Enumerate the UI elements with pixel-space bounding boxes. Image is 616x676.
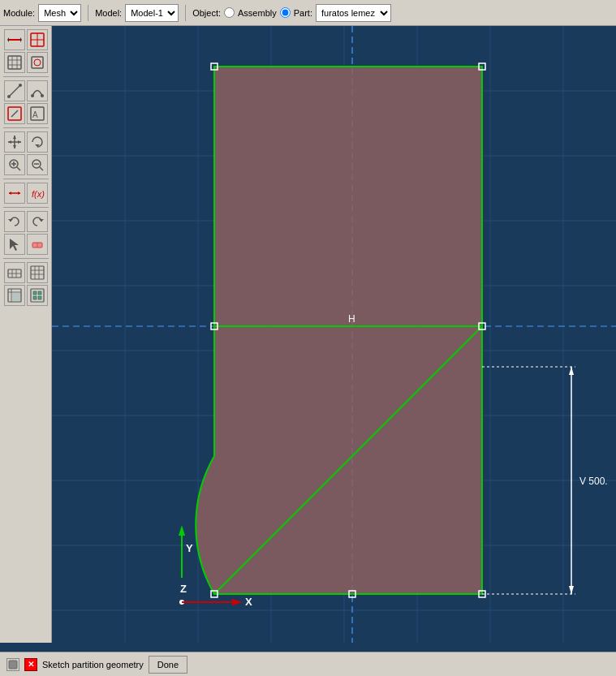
y-axis-label: Y: [186, 542, 193, 554]
svg-line-26: [17, 167, 20, 170]
svg-marker-2: [20, 37, 22, 42]
svg-text:A: A: [32, 110, 38, 119]
divider-4: [3, 207, 49, 208]
mesh-part-tool[interactable]: [4, 52, 25, 73]
svg-marker-22: [8, 140, 11, 144]
x-axis-label: X: [245, 596, 252, 608]
arc-partition-tool[interactable]: [27, 80, 48, 101]
translate-tool[interactable]: [4, 131, 25, 153]
svg-rect-57: [33, 296, 37, 299]
mesh-node-tool[interactable]: [27, 285, 48, 306]
svg-rect-0: [9, 39, 20, 41]
tool-row-3: [4, 80, 48, 101]
redo-tool[interactable]: [27, 211, 48, 232]
svg-rect-7: [32, 57, 43, 68]
svg-line-9: [9, 85, 20, 97]
svg-rect-53: [12, 293, 20, 301]
tool-row-2: [4, 52, 48, 73]
divider-5: [3, 258, 49, 259]
dimension-tool[interactable]: [4, 183, 25, 204]
statusbar: ✕ Sketch partition geometry Done: [0, 652, 616, 676]
svg-point-13: [41, 94, 44, 97]
cancel-button[interactable]: ✕: [24, 658, 37, 671]
svg-marker-34: [18, 192, 20, 195]
seed-face-tool[interactable]: [27, 29, 48, 50]
svg-rect-54: [31, 289, 44, 302]
part-label[interactable]: Part:: [294, 8, 312, 18]
model-select[interactable]: Model-1: [125, 4, 179, 22]
svg-marker-33: [9, 192, 11, 195]
mesh-grid-tool[interactable]: [27, 262, 48, 283]
tool-row-5: [4, 131, 48, 153]
tool-row-7: f(x): [4, 183, 48, 204]
object-label: Object:: [192, 8, 221, 18]
svg-marker-90: [569, 367, 574, 375]
done-button[interactable]: Done: [149, 656, 187, 674]
constraint-tool[interactable]: f(x): [27, 183, 48, 204]
seed-edge-tool[interactable]: [4, 29, 25, 50]
svg-marker-98: [232, 599, 243, 605]
svg-point-8: [34, 59, 41, 66]
top-toolbar: Module: Mesh Model: Model-1 Object: Asse…: [0, 0, 616, 26]
svg-rect-45: [31, 266, 44, 279]
sep2: [185, 5, 186, 21]
sep1: [88, 5, 88, 21]
svg-line-15: [11, 110, 18, 117]
svg-rect-58: [38, 296, 41, 299]
assembly-label[interactable]: Assembly: [238, 8, 277, 18]
tool-row-1: [4, 29, 48, 50]
rotate-tool[interactable]: [27, 131, 48, 153]
svg-marker-95: [179, 525, 185, 536]
svg-point-12: [31, 94, 34, 97]
divider-1: [3, 76, 49, 77]
stop-button[interactable]: [6, 658, 19, 671]
tool-row-11: [4, 285, 48, 306]
select-tool[interactable]: [4, 234, 25, 255]
svg-marker-20: [13, 136, 16, 139]
svg-rect-55: [33, 291, 37, 295]
svg-marker-21: [13, 145, 16, 149]
mesh-region-tool[interactable]: [27, 52, 48, 73]
module-select[interactable]: Mesh: [38, 4, 81, 22]
svg-line-30: [40, 167, 43, 170]
svg-marker-1: [7, 37, 9, 42]
svg-marker-36: [8, 219, 13, 222]
divider-3: [3, 179, 49, 179]
mesh-display-tool[interactable]: [4, 262, 25, 283]
dimension-label: V 500.: [579, 476, 608, 487]
svg-rect-99: [9, 661, 17, 669]
svg-point-11: [19, 84, 22, 87]
tool-row-6: [4, 154, 48, 175]
undo-tool[interactable]: [4, 211, 25, 232]
auto-partition-tool[interactable]: A: [27, 103, 48, 124]
erase-tool[interactable]: [27, 234, 48, 255]
zoom-out-tool[interactable]: [27, 154, 48, 175]
svg-point-10: [7, 95, 11, 98]
zoom-in-tool[interactable]: [4, 154, 25, 175]
z-axis-label: Z: [180, 583, 187, 595]
line-partition-tool[interactable]: [4, 80, 25, 101]
status-text: Sketch partition geometry: [42, 660, 144, 670]
svg-rect-56: [38, 291, 41, 295]
svg-text:f(x): f(x): [32, 189, 45, 199]
mesh-list-tool[interactable]: [4, 285, 25, 306]
tool-row-9: [4, 234, 48, 255]
main-canvas: H V 500. Y Z X: [52, 26, 616, 643]
svg-marker-38: [10, 239, 19, 251]
canvas-area[interactable]: H V 500. Y Z X: [52, 26, 616, 643]
part-radio[interactable]: [280, 7, 291, 18]
model-label: Model:: [95, 8, 122, 18]
svg-rect-6: [8, 56, 21, 69]
svg-marker-37: [39, 219, 44, 222]
left-toolbar: A: [0, 26, 52, 643]
tool-row-4: A: [4, 103, 48, 124]
svg-marker-91: [569, 586, 574, 594]
sketch-partition-tool[interactable]: [4, 103, 25, 124]
svg-marker-23: [18, 140, 21, 144]
tool-row-10: [4, 262, 48, 283]
h-label: H: [348, 313, 355, 325]
part-select[interactable]: furatos lemez: [316, 4, 391, 22]
tool-row-8: [4, 211, 48, 232]
module-label: Module:: [3, 8, 35, 18]
assembly-radio[interactable]: [224, 7, 235, 18]
